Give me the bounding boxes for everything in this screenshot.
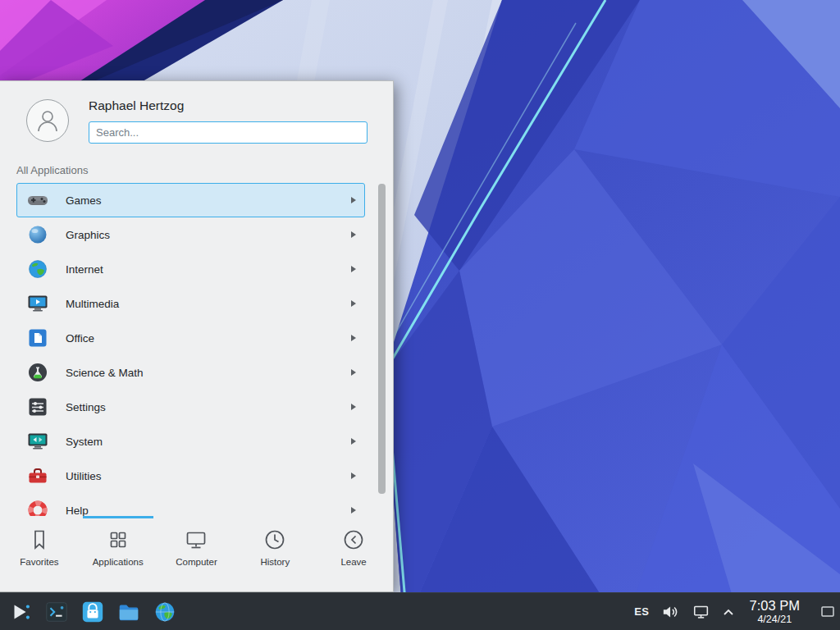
launcher-tabbar: Favorites Applications Computer [0, 516, 393, 591]
category-utilities[interactable]: Utilities [16, 459, 365, 493]
category-multimedia[interactable]: Multimedia [16, 286, 365, 321]
tab-label: History [260, 557, 290, 567]
settings-sliders-icon [26, 395, 49, 418]
system-monitor-icon [26, 430, 49, 453]
taskbar-panel: ES 7:03 PM 4/24/21 [0, 592, 840, 630]
user-avatar[interactable] [26, 99, 69, 142]
category-label: System [66, 436, 350, 448]
browser-globe-icon [153, 600, 177, 624]
application-launcher-menu: Raphael Hertzog All Applications Games [0, 80, 394, 592]
tab-favorites[interactable]: Favorites [0, 516, 79, 591]
category-system[interactable]: System [16, 424, 365, 459]
launcher-body: Raphael Hertzog All Applications Games [0, 81, 393, 516]
web-browser-button[interactable] [149, 596, 180, 628]
clock-icon [262, 527, 287, 552]
category-graphics[interactable]: Graphics [16, 217, 365, 252]
chevron-up-icon [723, 608, 734, 616]
tab-label: Leave [340, 557, 366, 567]
chevron-right-icon [350, 265, 357, 273]
toolbox-icon [26, 464, 49, 487]
tab-label: Computer [176, 557, 217, 567]
launcher-header: Raphael Hertzog [0, 81, 393, 150]
category-help[interactable]: Help [16, 493, 365, 516]
category-settings[interactable]: Settings [16, 390, 365, 424]
chevron-right-icon [350, 368, 357, 377]
scrollbar-thumb[interactable] [378, 184, 386, 494]
terminal-icon [44, 600, 69, 624]
file-manager-button[interactable] [113, 596, 144, 628]
office-icon [26, 326, 49, 349]
tab-computer[interactable]: Computer [158, 516, 236, 591]
keyboard-layout-indicator[interactable]: ES [634, 605, 649, 618]
tab-label: Applications [93, 557, 144, 567]
category-office[interactable]: Office [16, 321, 365, 355]
category-internet[interactable]: Internet [16, 252, 365, 286]
tab-label: Favorites [20, 557, 58, 567]
chevron-right-icon [350, 196, 357, 204]
graphics-icon [26, 223, 49, 246]
chevron-right-icon [350, 231, 357, 239]
category-label: Utilities [66, 470, 350, 482]
category-label: Science & Math [66, 367, 350, 379]
category-label: Internet [66, 263, 350, 276]
volume-button[interactable] [662, 604, 680, 620]
user-name: Raphael Hertzog [89, 98, 184, 113]
tray-expander-button[interactable] [723, 608, 734, 616]
leave-icon [341, 527, 366, 552]
computer-icon [184, 527, 208, 552]
clock-time: 7:03 PM [750, 598, 800, 614]
multimedia-icon [26, 292, 49, 315]
category-label: Games [66, 194, 350, 207]
software-center-button[interactable] [77, 596, 108, 628]
system-tray: ES 7:03 PM 4/24/21 [634, 596, 838, 628]
category-list: Games Graphics [16, 183, 365, 516]
tab-applications[interactable]: Applications [79, 516, 158, 591]
gamepad-icon [26, 189, 49, 212]
chevron-right-icon [350, 334, 357, 342]
chevron-right-icon [350, 506, 357, 514]
terminal-taskbar-button[interactable] [41, 596, 72, 628]
app-launcher-button[interactable] [5, 596, 36, 628]
help-lifering-icon [26, 499, 49, 516]
category-label: Office [66, 332, 350, 345]
network-button[interactable] [692, 604, 710, 620]
section-label: All Applications [16, 164, 88, 176]
digital-clock[interactable]: 7:03 PM 4/24/21 [750, 598, 800, 625]
globe-icon [26, 258, 49, 281]
category-games[interactable]: Games [16, 183, 365, 217]
category-science-math[interactable]: Science & Math [16, 355, 365, 390]
category-label: Settings [66, 401, 350, 413]
category-label: Graphics [66, 229, 350, 241]
science-flask-icon [26, 361, 49, 384]
chevron-right-icon [350, 472, 357, 480]
chevron-right-icon [350, 403, 357, 411]
bookmark-icon [27, 527, 52, 552]
app-grid-icon [106, 527, 130, 552]
chevron-right-icon [350, 299, 357, 308]
search-input[interactable] [89, 121, 368, 144]
clock-date: 4/24/21 [757, 614, 792, 625]
folder-icon [116, 600, 141, 624]
show-desktop-button[interactable] [817, 596, 838, 628]
tab-leave[interactable]: Leave [314, 516, 393, 591]
tab-history[interactable]: History [235, 516, 314, 591]
discover-bag-icon [80, 600, 105, 624]
category-label: Help [66, 504, 350, 517]
network-icon [692, 604, 710, 620]
user-icon [34, 107, 62, 135]
active-tab-indicator [83, 516, 153, 518]
chevron-right-icon [350, 437, 357, 445]
speaker-icon [662, 604, 680, 620]
show-desktop-icon [820, 605, 835, 619]
category-label: Multimedia [66, 298, 350, 310]
kde-launcher-icon [8, 600, 33, 624]
